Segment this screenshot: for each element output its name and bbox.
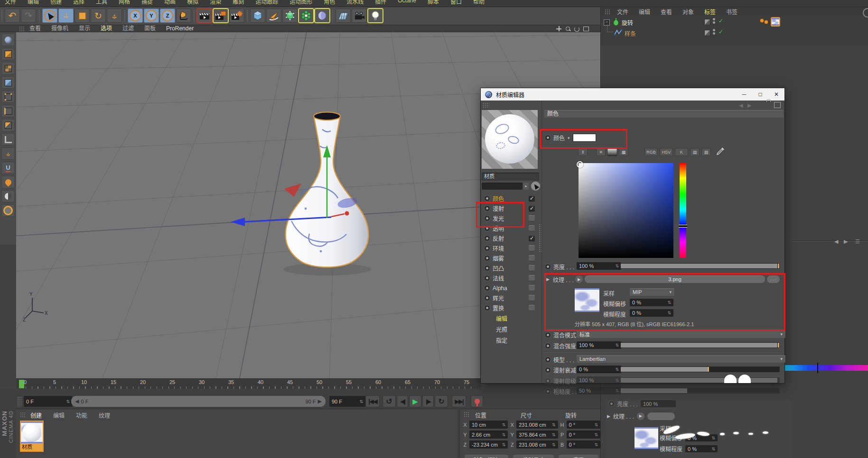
material-name-field[interactable]: 材质 (482, 173, 539, 181)
transport-grip[interactable] (17, 396, 22, 407)
position-field[interactable]: 2.66 cm⇅ (469, 431, 508, 439)
channel-anim-dot[interactable] (485, 196, 490, 201)
rotation-field[interactable]: 0 °⇅ (567, 421, 600, 429)
render-picture-viewer-icon[interactable] (213, 9, 228, 23)
material-editor-titlebar[interactable]: 材质编辑器 ─ □ ✕ (481, 88, 784, 101)
main-menu-item[interactable]: 动画 (164, 0, 176, 5)
picker-cursor[interactable] (577, 161, 583, 168)
main-menu-item[interactable]: 窗口 (450, 0, 462, 5)
z-axis-lock-icon[interactable]: Z (160, 9, 175, 23)
me-nav-back-icon[interactable]: ◀ (739, 102, 743, 109)
brightness-anim-dot[interactable] (545, 264, 551, 269)
main-menu-item[interactable]: 选择 (73, 0, 84, 5)
viewport-menu-prorender[interactable]: ProRender (166, 25, 194, 32)
hue-cursor[interactable] (679, 225, 687, 228)
color-swatch[interactable] (573, 134, 596, 142)
hsv-mode-button[interactable]: HSV (660, 148, 673, 156)
channel-anim-dot[interactable] (485, 266, 490, 271)
model-mode-icon[interactable] (1, 48, 15, 60)
polygons-mode-icon[interactable] (1, 119, 15, 131)
channel-checkbox[interactable] (529, 295, 535, 301)
color-anim-dot[interactable] (545, 135, 551, 140)
main-menu-item[interactable]: 创建 (50, 0, 62, 5)
material-preview[interactable] (482, 110, 538, 169)
channel-checkbox[interactable] (529, 225, 535, 231)
color-picker-square[interactable] (579, 163, 673, 258)
object-manager-menu-item[interactable]: 书签 (726, 8, 737, 16)
pick-material-icon[interactable] (531, 181, 541, 191)
timeline-ruler[interactable]: 051015202530354045505560657075 (16, 378, 481, 389)
channel-checkbox[interactable] (529, 245, 535, 251)
material-channel-row[interactable]: 环境 (481, 243, 541, 253)
swatches-mode-icon[interactable]: ▧ (701, 148, 711, 156)
main-menu-item[interactable]: Octane (398, 0, 416, 5)
brightness-anim-dot[interactable] (609, 401, 614, 406)
sampling-dropdown[interactable]: MIP▾ (630, 288, 674, 296)
viewport-menu-item[interactable]: 摄像机 (51, 26, 68, 32)
material-manager-menu-item[interactable]: 纹理 (99, 411, 110, 419)
material-channel-row[interactable]: 颜色 (481, 193, 541, 203)
y-axis-lock-icon[interactable]: Y (144, 9, 159, 23)
channel-checkbox[interactable] (529, 285, 535, 291)
roughness-field[interactable]: 50 %⇅ (577, 387, 621, 394)
visibility-dots[interactable] (713, 18, 715, 24)
range-left-arrow-icon[interactable]: ◀ (75, 398, 79, 404)
channel-checkbox[interactable] (529, 275, 535, 281)
br-brightness-field[interactable]: 100 % (641, 400, 676, 407)
diffuse-level-anim-dot[interactable] (545, 378, 551, 384)
position-field[interactable]: 10 cm⇅ (469, 421, 508, 429)
channel-anim-dot[interactable] (485, 206, 490, 211)
model-anim-dot[interactable] (545, 357, 551, 362)
attr-nav-forward-icon[interactable]: ▶ (844, 238, 848, 245)
volume-icon[interactable] (315, 9, 330, 23)
main-menu-item[interactable]: 渲染 (210, 0, 221, 5)
play-backwards-button[interactable]: ↺ (383, 395, 396, 407)
compact-mode-icon[interactable]: ⇕ (578, 148, 588, 156)
channel-page-link[interactable]: 光照 (481, 325, 541, 336)
viewport-menu-item[interactable]: 过滤 (122, 26, 134, 32)
material-channel-row[interactable]: Alpha (481, 283, 541, 293)
viewport-zoom-icon[interactable] (565, 26, 571, 31)
channel-anim-dot[interactable] (485, 295, 490, 301)
mix-strength-anim-dot[interactable] (545, 343, 551, 348)
roughness-slider[interactable] (620, 388, 780, 394)
next-key-button[interactable]: |▶ (422, 395, 434, 407)
channel-anim-dot[interactable] (485, 236, 490, 241)
rotation-field[interactable]: 0 °⇅ (567, 440, 600, 449)
size-field[interactable]: 375.864 cm⇅ (516, 431, 558, 439)
material-channel-row[interactable]: 漫射 (481, 203, 541, 213)
size-field[interactable]: 231.008 cm⇅ (516, 421, 558, 429)
channel-anim-dot[interactable] (485, 246, 490, 251)
channel-checkbox[interactable] (529, 215, 535, 221)
material-channel-row[interactable]: 凹凸 (481, 263, 541, 273)
viewport-solo-icon[interactable] (1, 190, 15, 202)
diffuse-level-slider[interactable] (620, 377, 780, 383)
channel-anim-dot[interactable] (485, 305, 490, 311)
floor-object-icon[interactable] (336, 9, 351, 23)
current-frame-field[interactable]: 0 F⇅ (24, 396, 72, 407)
coordinates-grip[interactable] (464, 412, 469, 417)
layer-swatch[interactable] (704, 19, 710, 25)
object-manager-menu-item[interactable]: 查看 (661, 8, 672, 16)
render-settings-icon[interactable] (229, 9, 244, 23)
texture-filename-button[interactable]: 3.png (585, 275, 765, 283)
object-manager-menu-item[interactable]: 标签 (704, 8, 716, 16)
model-dropdown[interactable]: Lambertian▾ (577, 355, 785, 363)
tag-dot-icon[interactable] (765, 20, 768, 24)
workplane-mode-icon[interactable] (1, 76, 15, 89)
coord-apply-button[interactable]: 应用 (559, 455, 598, 458)
diffuse-falloff-anim-dot[interactable] (545, 367, 551, 373)
object-manager-menu-item[interactable]: 对象 (682, 8, 694, 16)
points-mode-icon[interactable] (1, 91, 15, 103)
mix-strength-field[interactable]: 100 %⇅ (577, 341, 621, 349)
tag-dot-icon[interactable] (760, 19, 764, 22)
color-dropdown-arrow[interactable]: ▾ (568, 136, 570, 140)
enable-snap-icon[interactable]: U (1, 162, 15, 174)
channel-checkbox[interactable] (529, 235, 535, 241)
main-menu-item[interactable]: 运动图形 (289, 0, 312, 5)
texture-preview-thumb[interactable] (575, 288, 599, 312)
texture-name-button[interactable] (647, 412, 675, 420)
main-menu-item[interactable]: 角色 (324, 0, 335, 5)
coord-size-mode-button[interactable]: 绝对尺寸 (513, 455, 554, 458)
subdivision-surface-icon[interactable] (282, 9, 298, 23)
